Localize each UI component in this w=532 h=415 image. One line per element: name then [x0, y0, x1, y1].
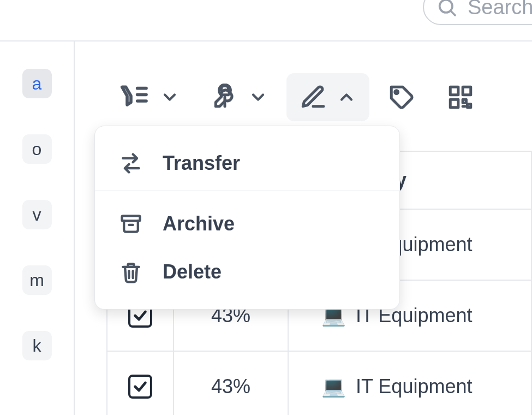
toolbar [106, 73, 532, 121]
laptop-icon: 💻 [321, 375, 346, 398]
sidebar-item-a[interactable]: a [22, 69, 52, 98]
wrench-icon [211, 84, 238, 111]
search-input[interactable]: Search i [423, 0, 532, 25]
chevron-down-icon [160, 87, 180, 107]
svg-rect-8 [450, 99, 458, 108]
archive-icon [119, 212, 143, 236]
search-icon [436, 0, 458, 18]
tag-button[interactable] [375, 73, 428, 121]
trash-icon [119, 260, 143, 284]
sidebar-item-o[interactable]: o [22, 134, 52, 164]
dropdown-item-label: Archive [163, 212, 235, 235]
dropdown-item-label: Transfer [163, 152, 240, 175]
transfer-icon [119, 151, 143, 175]
pencil-icon [300, 84, 327, 111]
dropdown-item-transfer[interactable]: Transfer [95, 139, 399, 187]
svg-point-5 [395, 91, 398, 94]
svg-line-1 [451, 11, 455, 15]
qr-icon [447, 84, 474, 111]
checkbox-icon [128, 375, 152, 399]
filter-list-icon [119, 82, 150, 112]
row-category-label: IT Equipment [356, 375, 472, 398]
svg-rect-6 [450, 87, 458, 95]
table-row: 43% 💻 IT Equipment [107, 352, 531, 415]
dropdown-item-delete[interactable]: Delete [95, 248, 399, 296]
sidebar-item-v[interactable]: v [22, 200, 52, 229]
search-placeholder: Search i [468, 0, 532, 19]
dropdown-item-label: Delete [163, 260, 222, 283]
edit-dropdown: Transfer Archive Delete [94, 126, 400, 310]
dropdown-divider [95, 191, 399, 191]
row-checkbox[interactable] [107, 352, 174, 415]
edit-button[interactable] [286, 73, 369, 121]
dropdown-item-archive[interactable]: Archive [95, 200, 399, 248]
chevron-up-icon [337, 87, 356, 107]
chevron-down-icon [248, 87, 268, 107]
tag-icon [388, 84, 415, 111]
main-content: Category 43% 💻 IT Equipment 43% [75, 42, 532, 415]
row-category[interactable]: 💻 IT Equipment [289, 352, 531, 415]
sidebar: a o v m k [0, 42, 75, 415]
tools-button[interactable] [198, 73, 281, 121]
sidebar-item-k[interactable]: k [22, 331, 52, 360]
filter-button[interactable] [106, 73, 193, 121]
qr-button[interactable] [434, 73, 487, 121]
sidebar-item-m[interactable]: m [22, 265, 52, 295]
svg-rect-7 [463, 87, 471, 95]
top-bar: Search i [0, 0, 532, 42]
row-percent: 43% [174, 352, 289, 415]
